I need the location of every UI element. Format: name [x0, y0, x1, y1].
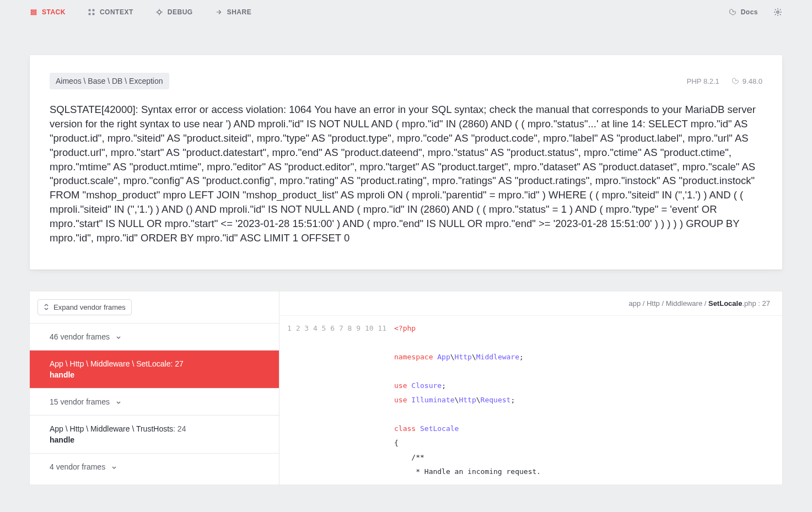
nav-label: Share	[227, 8, 252, 16]
svg-rect-2	[31, 14, 36, 15]
vendor-frame-label: 15 vendor frames	[50, 397, 110, 406]
frame-function: handle	[50, 435, 259, 444]
context-icon	[88, 8, 95, 16]
nav-label: Debug	[168, 8, 193, 16]
line-numbers: 1 2 3 4 5 6 7 8 9 10 11	[279, 316, 394, 484]
frames-list: Expand vendor frames 46 vendor frames Ap…	[30, 292, 279, 484]
nav-context[interactable]: Context	[88, 8, 133, 16]
stack-frames-panel: Expand vendor frames 46 vendor frames Ap…	[30, 292, 782, 484]
stack-frame-active[interactable]: App \ Http \ Middleware \ SetLocale: 27 …	[30, 351, 279, 389]
stack-icon	[30, 8, 37, 16]
nav-share[interactable]: Share	[215, 8, 252, 16]
svg-rect-0	[31, 10, 36, 11]
svg-point-8	[777, 11, 779, 13]
nav-label: Context	[100, 8, 133, 16]
chevron-down-icon	[115, 334, 121, 339]
expand-vendor-frames-button[interactable]: Expand vendor frames	[37, 299, 132, 315]
nav-docs[interactable]: Docs	[729, 8, 758, 16]
frame-class: App \ Http \ Middleware \ TrustHosts	[50, 424, 173, 433]
code-viewer: app / Http / Middleware / SetLocale.php …	[279, 292, 782, 484]
error-message: SQLSTATE[42000]: Syntax error or access …	[50, 103, 762, 245]
vendor-frame-label: 46 vendor frames	[50, 332, 110, 341]
chevron-down-icon	[115, 399, 121, 405]
laravel-icon	[729, 8, 736, 16]
nav-label: Stack	[42, 8, 66, 16]
laravel-icon	[732, 77, 739, 85]
debug-icon	[155, 8, 163, 16]
vendor-frame-group[interactable]: 46 vendor frames	[30, 324, 279, 351]
file-path: app / Http / Middleware / SetLocale.php …	[279, 292, 782, 316]
frame-function: handle	[50, 370, 259, 379]
svg-rect-1	[31, 12, 36, 13]
expand-icon	[44, 304, 49, 310]
top-nav: Stack Context Debug Share	[0, 0, 812, 24]
nav-debug[interactable]: Debug	[155, 8, 193, 16]
vendor-frame-group[interactable]: 4 vendor frames	[30, 454, 279, 480]
vendor-frame-label: 4 vendor frames	[50, 462, 105, 471]
expand-label: Expand vendor frames	[53, 303, 126, 311]
share-icon	[215, 8, 223, 16]
nav-stack[interactable]: Stack	[30, 8, 66, 16]
gear-icon[interactable]	[773, 8, 782, 17]
chevron-down-icon	[111, 464, 116, 470]
vendor-frame-group[interactable]: 15 vendor frames	[30, 389, 279, 416]
exception-class-breadcrumb: Aimeos \ Base \ DB \ Exception	[50, 73, 169, 89]
frame-line: : 24	[173, 424, 186, 433]
svg-point-3	[158, 10, 161, 14]
error-card: Aimeos \ Base \ DB \ Exception PHP 8.2.1…	[30, 55, 782, 270]
php-version: PHP 8.2.1	[687, 77, 719, 85]
stack-frame[interactable]: App \ Http \ Middleware \ TrustHosts: 24…	[30, 416, 279, 454]
nav-docs-label: Docs	[741, 8, 758, 16]
laravel-version: 9.48.0	[732, 77, 762, 85]
frame-line: : 27	[170, 359, 183, 368]
frame-class: App \ Http \ Middleware \ SetLocale	[50, 359, 170, 368]
source-code: <?php namespace App\Http\Middleware; use…	[394, 316, 782, 484]
